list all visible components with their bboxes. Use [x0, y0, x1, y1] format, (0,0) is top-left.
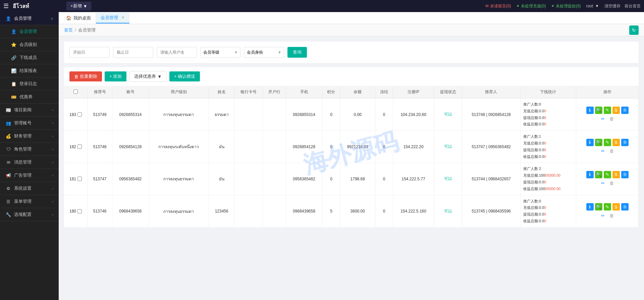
sidebar-item-reports[interactable]: 📊 结算报表 — [0, 64, 59, 77]
search-icon[interactable]: 🔍 — [595, 107, 602, 114]
sidebar-item-options[interactable]: 🔧 选项配置 › — [0, 208, 59, 221]
sidebar-item-downline[interactable]: 🔗 下线成员 — [0, 51, 59, 64]
level-select[interactable]: 会员等级 — [200, 47, 240, 58]
link-icon[interactable]: ⑤ — [621, 171, 629, 178]
sidebar-item-ad[interactable]: 📢 广告管理 › — [0, 169, 59, 182]
edit-icon[interactable]: ✏ — [599, 115, 607, 123]
add-button[interactable]: + 添加 — [105, 71, 126, 81]
actions-cell: ℹ 🔍 ✎ $ ⑤ ✏ 🗑 — [576, 131, 639, 163]
menu-icon-sidebar: ☰ — [5, 199, 11, 204]
sidebar-item-member-management[interactable]: 👤 会员管理 ∨ — [0, 12, 59, 25]
link-icon[interactable]: ⑤ — [621, 203, 629, 211]
select-all-checkbox[interactable] — [73, 89, 78, 94]
row-number: 183 — [69, 112, 76, 117]
delete-icon[interactable]: 🗑 — [608, 147, 615, 155]
coupon-button[interactable]: 选择优惠券 ▼ — [129, 71, 167, 82]
info-icon[interactable]: ℹ — [586, 139, 594, 146]
edit-green-icon[interactable]: ✎ — [604, 107, 611, 114]
sidebar-item-finance[interactable]: 💰 财务管理 › — [0, 130, 59, 143]
search-icon[interactable]: 🔍 — [595, 171, 602, 178]
delete-icon[interactable]: 🗑 — [608, 212, 615, 219]
sidebar-item-system[interactable]: ⚙ 系统设置 › — [0, 182, 59, 195]
delete-icon[interactable]: 🗑 — [608, 115, 615, 123]
account-cell: 0926854128 — [112, 131, 149, 163]
sidebar-item-login-log[interactable]: 📋 登录日志 — [0, 77, 59, 91]
money-icon[interactable]: $ — [612, 107, 620, 114]
breadcrumb-home-link[interactable]: 首页 — [64, 27, 73, 33]
edit-green-icon[interactable]: ✎ — [604, 139, 611, 146]
identity-select[interactable]: 会员身份 — [244, 47, 284, 58]
refresh-button[interactable]: ↻ — [629, 25, 639, 35]
add-new-button[interactable]: +新增 ▼ — [66, 2, 91, 10]
sidebar-item-role[interactable]: 🛡 角色管理 › — [0, 143, 59, 156]
sidebar-item-coupons[interactable]: 🎫 优惠券 — [0, 91, 59, 104]
level-cell: การลงทุนธรรมดา — [149, 195, 209, 227]
money-icon[interactable]: $ — [612, 139, 620, 146]
edit-green-icon[interactable]: ✎ — [604, 171, 611, 178]
breadcrumb: 首页 / 会员管理 ↻ — [59, 24, 644, 36]
info-icon[interactable]: ℹ — [586, 107, 594, 114]
col-reg-ip: 注册IP — [393, 86, 434, 99]
info-icon[interactable]: ℹ — [586, 203, 594, 211]
delete-icon[interactable]: 🗑 — [608, 180, 615, 187]
row-checkbox[interactable] — [77, 209, 82, 214]
downline-cell: 推广人数:0 充值总额:0.00 提现总额:0.00 收益总额:0.00 — [520, 195, 576, 227]
money-icon[interactable]: $ — [612, 203, 620, 211]
username-label: root — [586, 4, 593, 8]
chevron-right-icon-ad: › — [52, 173, 53, 177]
money-icon[interactable]: $ — [612, 171, 620, 178]
link-icon[interactable]: ⑤ — [621, 107, 629, 114]
row-number: 182 — [69, 144, 76, 149]
link-icon[interactable]: ⑤ — [621, 139, 629, 146]
unread-messages[interactable]: ✉ 未读留言(0) — [485, 3, 511, 9]
clear-cache-link[interactable]: 清空缓存 — [604, 3, 621, 9]
chevron-down-icon: ∨ — [51, 16, 53, 21]
search-icon[interactable]: 🔍 — [595, 203, 602, 211]
query-button[interactable]: 查询 — [287, 47, 307, 58]
chevron-right-icon-msg: › — [52, 160, 53, 164]
sidebar-item-member-level[interactable]: ⭐ 会员级别 — [0, 38, 59, 51]
row-checkbox[interactable] — [77, 144, 82, 149]
sidebar-item-project-news[interactable]: 📰 项目新闻 › — [0, 104, 59, 117]
pending-withdraw[interactable]: ✦ 未处理提款(0) — [551, 3, 581, 9]
sidebar-item-admin-account[interactable]: 👥 管理账号 › — [0, 117, 59, 130]
sidebar-item-menu[interactable]: ☰ 菜单管理 › — [0, 195, 59, 208]
col-name: 姓名 — [209, 86, 234, 99]
bank-cell — [263, 195, 286, 227]
member-list-icon: 👤 — [11, 29, 17, 34]
edit-icon[interactable]: ✏ — [599, 147, 607, 155]
admin-account-icon: 👥 — [5, 121, 11, 126]
chevron-right-icon-news: › — [52, 108, 53, 112]
filter-section: 会员等级 ▼ 会员身份 ▼ 查询 — [64, 42, 639, 63]
downline-cell: 推广人数:1 充值总额:0.00 提现总额:0.00 收益总额:0.00 — [520, 131, 576, 163]
name-cell: ธรรมดา — [209, 99, 234, 131]
pending-recharge[interactable]: ✦ 未处理充值(0) — [516, 3, 546, 9]
confirm-send-button[interactable]: + 确认赠送 — [169, 71, 200, 81]
sidebar-item-message[interactable]: ✉ 消息管理 › — [0, 156, 59, 169]
name-cell: มัน — [209, 163, 234, 195]
row-checkbox[interactable] — [77, 112, 82, 117]
search-icon[interactable]: 🔍 — [595, 139, 602, 146]
referrer-cell: 513744 | 0968432657 — [462, 163, 520, 195]
sidebar-item-member-list[interactable]: 👤 会员管理 — [0, 25, 59, 38]
end-date-input[interactable] — [113, 47, 153, 58]
tab-member[interactable]: 会员管理 ✕ — [96, 13, 129, 23]
edit-green-icon[interactable]: ✎ — [604, 203, 611, 211]
menu-toggle-icon[interactable]: ☰ — [3, 2, 9, 10]
username-input[interactable] — [157, 47, 197, 58]
user-area[interactable]: root ▼ — [586, 4, 599, 8]
edit-icon[interactable]: ✏ — [599, 180, 607, 187]
frontend-link[interactable]: 前台首页 — [625, 3, 641, 9]
col-frozen: 冻结 — [375, 86, 393, 99]
info-icon[interactable]: ℹ — [586, 171, 594, 178]
phone-cell: 0926854128 — [286, 131, 322, 163]
login-log-icon: 📋 — [11, 81, 17, 86]
row-checkbox[interactable] — [77, 177, 82, 181]
delete-icon: 🗑 — [74, 74, 78, 79]
tab-close-icon[interactable]: ✕ — [121, 15, 124, 20]
top-right-section: ✉ 未读留言(0) ✦ 未处理充值(0) ✦ 未处理提款(0) root ▼ 清… — [485, 3, 641, 9]
tab-home[interactable]: 🏠 我的桌面 — [61, 13, 96, 23]
edit-icon[interactable]: ✏ — [599, 212, 607, 219]
batch-delete-button[interactable]: 🗑 批量删除 — [69, 71, 102, 81]
start-date-input[interactable] — [69, 47, 110, 58]
